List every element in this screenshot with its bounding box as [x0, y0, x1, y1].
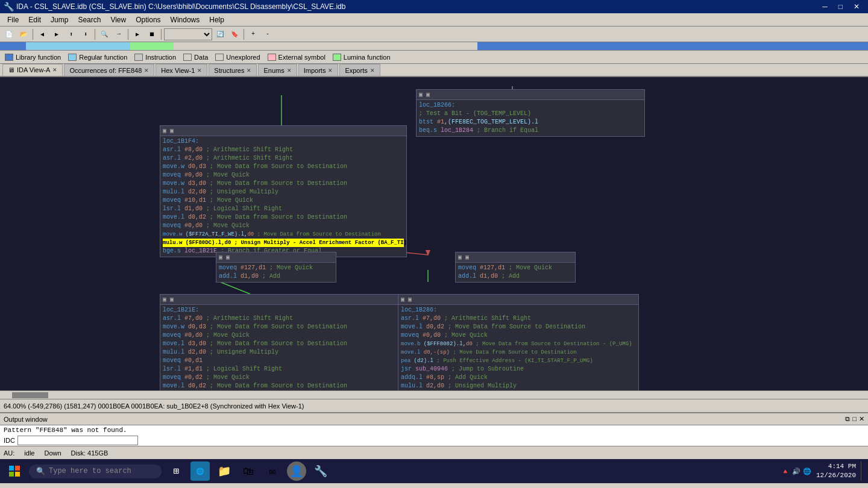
legend-library-color: [5, 54, 13, 61]
menu-jump[interactable]: Jump: [46, 14, 73, 25]
svg-marker-12: [426, 250, 430, 256]
block-bottom-left[interactable]: ▣ ▣ loc_1B21E: asr.l #7,d0 ; Arithmetic …: [160, 294, 401, 390]
tb-forward[interactable]: ▶: [50, 28, 63, 41]
scroll-thumb[interactable]: [12, 392, 48, 398]
tab-ida-view-close[interactable]: ✕: [52, 67, 57, 73]
block-bottom-right[interactable]: ▣ ▣ loc_1B286: asr.l #7,d0 ; Arithmetic …: [398, 294, 639, 390]
legend-unexplored: Unexplored: [215, 54, 260, 61]
tab-structures-close[interactable]: ✕: [247, 67, 251, 74]
tab-hex-view-close[interactable]: ✕: [197, 67, 202, 74]
idc-input[interactable]: [17, 436, 138, 445]
tab-occurrences-label: Occurrences of: FFE848: [69, 67, 142, 74]
menu-view[interactable]: View: [105, 14, 131, 25]
graph-view[interactable]: ▣ ▣ loc_1B266: ; Test a Bit - (TOG_TEMP_…: [0, 77, 868, 390]
output-float-icon[interactable]: ⧉: [845, 415, 850, 423]
tb-arch-select[interactable]: [164, 28, 212, 40]
tb-open[interactable]: 📂: [17, 28, 30, 41]
legend-data-label: Data: [194, 54, 208, 61]
maximize-button[interactable]: □: [834, 0, 848, 13]
asm-line: move.w d0,d3 ; Move Data from Source to …: [163, 163, 404, 171]
menu-edit[interactable]: Edit: [24, 14, 46, 25]
tab-hex-view[interactable]: Hex View-1 ✕: [156, 64, 207, 76]
asm-line: beq.s loc_1B284 ; Branch if Equal: [419, 127, 642, 135]
block-main-center[interactable]: ▣ ▣ loc_1B1F4: asr.l #8,d0 ; Arithmetic …: [160, 125, 407, 257]
tb-up[interactable]: ⬆: [64, 28, 78, 41]
horizontal-scrollbar[interactable]: [0, 390, 868, 399]
block-content-bottom-left: loc_1B21E: asr.l #7,d0 ; Arithmetic Shif…: [160, 305, 400, 390]
tb-new[interactable]: 📄: [2, 28, 16, 41]
tb-zoom-in[interactable]: +: [247, 28, 260, 41]
asm-line: mulu.l d2,d0 ; Unsigned Multiply: [163, 348, 398, 357]
menu-options[interactable]: Options: [131, 14, 165, 25]
tab-ida-view[interactable]: 🖥 IDA View-A ✕: [2, 64, 63, 76]
asm-line: asr.l #7,d0 ; Arithmetic Shift Right: [401, 314, 636, 323]
tab-structures-label: Structures: [214, 67, 244, 74]
asm-line: moveq #127,d1 ; Move Quick: [458, 264, 573, 272]
block-content-mid-right: moveq #127,d1 ; Move Quick add.l d1,d0 ;…: [456, 263, 575, 282]
asm-line: move.l d0,d2 ; Move Data from Source to …: [163, 213, 404, 222]
asm-line: move.w d0,d3 ; Move Data from Source to …: [163, 323, 398, 331]
block-content-1b266-top: loc_1B266: ; Test a Bit - (TOG_TEMP_LEVE…: [417, 100, 644, 136]
taskview-button[interactable]: ⊞: [166, 461, 186, 481]
tb-down[interactable]: ⬇: [79, 28, 92, 41]
pinned-avatar[interactable]: 👤: [287, 461, 306, 481]
tab-enums-close[interactable]: ✕: [287, 67, 292, 74]
tab-exports[interactable]: Exports ✕: [339, 64, 380, 76]
asm-line: loc_1B21E:: [163, 306, 398, 314]
tab-imports-close[interactable]: ✕: [328, 67, 333, 74]
tab-hex-view-label: Hex View-1: [161, 67, 195, 74]
menu-windows[interactable]: Windows: [166, 14, 205, 25]
close-button[interactable]: ✕: [849, 0, 864, 13]
tab-structures[interactable]: Structures ✕: [209, 64, 257, 76]
block-mid-right[interactable]: ▣ ▣ moveq #127,d1 ; Move Quick add.l d1,…: [455, 252, 576, 283]
menubar: File Edit Jump Search View Options Windo…: [0, 13, 868, 27]
pinned-edge[interactable]: 🌐: [190, 461, 210, 481]
tb-stop[interactable]: ⏹: [145, 28, 159, 41]
tb-goto[interactable]: →: [112, 28, 125, 41]
asm-line: lsr.l #1,d1 ; Logical Shift Right: [163, 365, 398, 374]
tab-occurrences-close[interactable]: ✕: [144, 67, 149, 74]
tab-enums-label: Enums: [263, 67, 284, 74]
start-button[interactable]: [5, 461, 24, 481]
tb-search[interactable]: 🔍: [98, 28, 111, 41]
titlebar-controls: ─ □ ✕: [817, 0, 864, 13]
search-placeholder: Type here to search: [49, 467, 131, 475]
app-icon: 🔧: [4, 2, 14, 11]
tab-imports[interactable]: Imports ✕: [298, 64, 339, 76]
tab-ida-view-icon: 🖥: [8, 66, 14, 74]
menu-search[interactable]: Search: [73, 14, 105, 25]
system-tray[interactable]: 🔺 🔊 🌐: [781, 468, 811, 475]
window-title: IDA - CSL_SLAVE.idb (CSL_SLAVE.bin) C:\U…: [16, 2, 345, 11]
minimap[interactable]: [0, 42, 868, 51]
tb-bookmark[interactable]: 🔖: [228, 28, 241, 41]
pinned-ida[interactable]: 🔧: [311, 461, 330, 481]
pinned-mail[interactable]: ✉: [263, 461, 282, 481]
tb-run[interactable]: ▶: [131, 28, 144, 41]
tb-sep2: [95, 29, 95, 40]
asm-line: moveq #0,d0 ; Move Quick: [163, 222, 404, 230]
pinned-store[interactable]: 🛍: [239, 461, 258, 481]
legend-unexplored-label: Unexplored: [226, 54, 260, 61]
tab-occurrences[interactable]: Occurrences of: FFE848 ✕: [64, 64, 154, 76]
show-desktop[interactable]: [861, 461, 863, 481]
tb-back[interactable]: ◀: [36, 28, 49, 41]
asm-line: moveq #0,d0 ; Move Quick: [401, 331, 636, 340]
titlebar: 🔧 IDA - CSL_SLAVE.idb (CSL_SLAVE.bin) C:…: [0, 0, 868, 13]
block-content-main: loc_1B1F4: asr.l #8,d0 ; Arithmetic Shif…: [160, 136, 406, 257]
search-bar[interactable]: 🔍 Type here to search: [29, 465, 162, 478]
tab-enums[interactable]: Enums ✕: [258, 64, 297, 76]
pinned-explorer[interactable]: 📁: [215, 461, 234, 481]
block-header-mid-right: ▣ ▣: [456, 252, 575, 263]
block-loc-1b266-top[interactable]: ▣ ▣ loc_1B266: ; Test a Bit - (TOG_TEMP_…: [416, 89, 645, 137]
menu-help[interactable]: Help: [204, 14, 229, 25]
block-mid-left[interactable]: ▣ ▣ moveq #127,d1 ; Move Quick add.l d1,…: [216, 252, 336, 283]
minimize-button[interactable]: ─: [817, 0, 832, 13]
output-close-icon[interactable]: ✕: [859, 415, 864, 423]
statusbar: AU: idle Down Disk: 415GB: [0, 446, 868, 459]
menu-file[interactable]: File: [2, 14, 24, 25]
output-max-icon[interactable]: □: [852, 415, 857, 423]
legend-instruction: Instruction: [134, 54, 176, 61]
tb-sync[interactable]: 🔄: [213, 28, 227, 41]
tab-exports-close[interactable]: ✕: [370, 67, 375, 74]
tb-zoom-out[interactable]: -: [261, 28, 274, 41]
